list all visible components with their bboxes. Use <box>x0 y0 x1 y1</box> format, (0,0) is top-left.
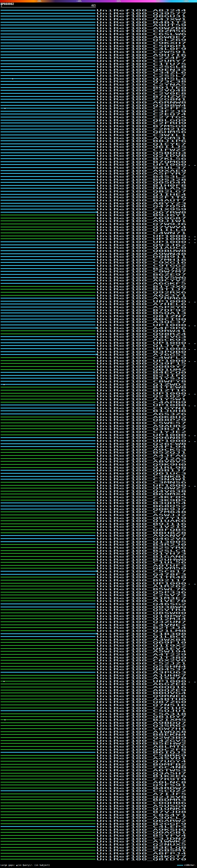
hit-bar <box>1 761 95 762</box>
hit-bar <box>1 731 95 732</box>
hit-bar <box>1 408 95 409</box>
hit-bar <box>1 200 95 201</box>
blast-overview-screen: 20% ~40% ~60% ~80% ~100% BP088902 1 465 … <box>0 0 197 868</box>
hit-bar <box>1 339 95 340</box>
hit-bar <box>1 212 95 213</box>
hit-bar <box>1 381 95 382</box>
hit-bar <box>1 420 95 420</box>
hit-bar <box>1 574 95 575</box>
scale-label-80: ~80% <box>155 0 160 2</box>
hit-bar <box>1 458 95 459</box>
gap-marker-icon: ▲ <box>4 107 5 109</box>
hit-bar <box>1 636 95 637</box>
hit-bar <box>1 295 95 296</box>
hit-bar <box>1 705 95 706</box>
hit-bar <box>1 19 95 20</box>
hit-bar <box>1 220 95 221</box>
hit-bar <box>1 161 95 162</box>
hit-bar <box>1 431 95 432</box>
hit-bar <box>1 155 95 156</box>
hit-bar <box>1 137 95 138</box>
hit-bar <box>1 34 95 34</box>
hit-bar <box>1 639 95 640</box>
hit-bar <box>1 39 95 40</box>
hit-bar <box>1 657 95 658</box>
hit-bar <box>1 452 95 453</box>
hit-bar <box>1 776 95 777</box>
hit-bar <box>1 405 95 405</box>
hit-bar <box>1 55 95 55</box>
hit-bar <box>1 111 95 112</box>
hit-bar <box>1 393 95 394</box>
hit-bar <box>1 532 95 533</box>
hit-bar <box>1 348 95 349</box>
hit-bar <box>1 544 95 545</box>
hit-bar <box>1 342 95 343</box>
hit-bar <box>1 351 95 352</box>
hit-bar <box>1 28 95 29</box>
hit-bar <box>1 850 95 851</box>
hit-bar <box>1 550 95 551</box>
hit-bar <box>1 241 95 242</box>
hit-bar <box>1 841 95 842</box>
hit-bar <box>1 197 95 198</box>
hit-bar <box>1 164 95 165</box>
hit-bar <box>1 565 95 566</box>
hit-bar <box>1 268 95 269</box>
hit-bar <box>1 328 95 329</box>
hit-bar <box>1 280 95 281</box>
scale-unit-text: =100char. <box>184 864 196 866</box>
hit-bar <box>1 449 95 450</box>
hit-bar <box>1 167 95 168</box>
hit-bar <box>1 363 95 364</box>
hit-bar <box>1 286 95 287</box>
hit-bar <box>1 256 95 257</box>
scale-label-60: ~60% <box>116 0 121 2</box>
hit-bar <box>1 464 95 465</box>
hundred-char-dash-icon <box>177 865 183 866</box>
hit-bar <box>1 663 95 664</box>
hit-bar <box>1 331 95 331</box>
hit-bar <box>1 814 95 815</box>
hit-bar <box>1 360 95 361</box>
hit-bar <box>1 719 95 720</box>
hit-bar <box>1 518 95 519</box>
hit-bar <box>1 654 95 655</box>
hit-bar <box>1 321 95 322</box>
hit-bar <box>1 372 95 373</box>
hit-bar <box>1 764 95 765</box>
hit-bar <box>1 416 95 417</box>
hit-bar <box>1 467 95 468</box>
hit-bar <box>1 319 95 320</box>
hit-bar <box>1 129 95 130</box>
hit-bar <box>1 708 95 709</box>
hit-bar <box>1 378 95 379</box>
hit-bar <box>1 651 95 652</box>
hit-bar <box>1 505 95 506</box>
hit-bar <box>1 586 95 587</box>
alignment-row: UniRef100_Q8IDY0 <box>0 858 197 861</box>
hit-bar <box>1 660 95 661</box>
hit-bar <box>1 428 95 429</box>
hit-bar <box>1 57 95 58</box>
hit-bar <box>1 176 95 177</box>
hit-bar <box>1 13 95 14</box>
hit-bar <box>1 310 95 311</box>
scale-unit-legend: =100char. <box>177 864 196 867</box>
hit-bar <box>1 413 95 414</box>
hit-bar <box>1 740 95 741</box>
hit-bar <box>1 158 95 159</box>
hit-bar <box>1 307 95 308</box>
hit-bar <box>1 90 95 91</box>
hit-bar <box>1 170 95 171</box>
hit-bar <box>1 716 95 717</box>
hit-bar <box>1 817 95 818</box>
scale-label-100: ~100% <box>182 0 188 2</box>
hit-bar <box>1 188 95 189</box>
hit-bar <box>1 520 95 521</box>
hit-bar <box>1 66 95 67</box>
hit-bar <box>1 702 95 702</box>
hit-bar <box>1 790 95 791</box>
hit-bar <box>1 633 95 634</box>
hit-bar <box>1 820 95 821</box>
